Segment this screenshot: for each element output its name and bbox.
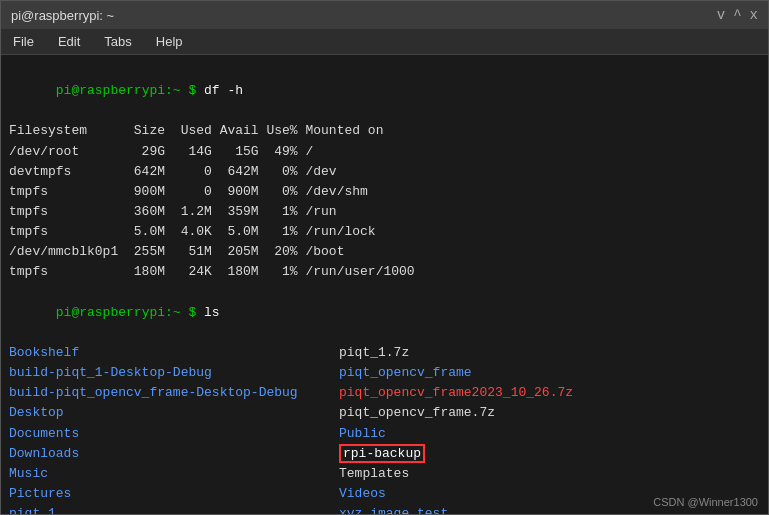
- ls-piqt-opencv-7z: piqt_opencv_frame.7z: [339, 403, 760, 423]
- ls-piqt1: piqt_1: [9, 504, 339, 514]
- maximize-icon[interactable]: ^: [733, 7, 741, 23]
- close-icon[interactable]: x: [750, 7, 758, 23]
- ls-downloads: Downloads: [9, 444, 339, 464]
- window-controls: v ^ x: [717, 7, 758, 23]
- ls-music: Music: [9, 464, 339, 484]
- df-row-3: tmpfs 900M 0 900M 0% /dev/shm: [9, 182, 760, 202]
- terminal-body[interactable]: pi@raspberrypi:~ $ df -h Filesystem Size…: [1, 55, 768, 514]
- df-row-2: devtmpfs 642M 0 642M 0% /dev: [9, 162, 760, 182]
- ls-documents: Documents: [9, 424, 339, 444]
- terminal-window: pi@raspberrypi: ~ v ^ x File Edit Tabs H…: [0, 0, 769, 515]
- df-row-7: tmpfs 180M 24K 180M 1% /run/user/1000: [9, 262, 760, 282]
- window-title: pi@raspberrypi: ~: [11, 8, 114, 23]
- df-header: Filesystem Size Used Avail Use% Mounted …: [9, 121, 760, 141]
- prompt-1: pi@raspberrypi:~ $: [56, 83, 196, 98]
- ls-templates: Templates: [339, 464, 760, 484]
- df-command-line: pi@raspberrypi:~ $ df -h: [9, 61, 760, 121]
- minimize-icon[interactable]: v: [717, 7, 725, 23]
- ls-piqt-opencv-frame: piqt_opencv_frame: [339, 363, 760, 383]
- ls-rpi-backup: rpi-backup: [339, 444, 760, 464]
- title-bar: pi@raspberrypi: ~ v ^ x: [1, 1, 768, 29]
- ls-public: Public: [339, 424, 760, 444]
- menu-bar: File Edit Tabs Help: [1, 29, 768, 55]
- ls-piqt-1-7z: piqt_1.7z: [339, 343, 760, 363]
- ls-col-left: Bookshelf build-piqt_1-Desktop-Debug bui…: [9, 343, 339, 514]
- df-row-6: /dev/mmcblk0p1 255M 51M 205M 20% /boot: [9, 242, 760, 262]
- ls-build-opencv: build-piqt_opencv_frame-Desktop-Debug: [9, 383, 339, 403]
- watermark: CSDN @Winner1300: [653, 496, 758, 508]
- cmd-1: df -h: [196, 83, 243, 98]
- ls-output: Bookshelf build-piqt_1-Desktop-Debug bui…: [9, 343, 760, 514]
- ls-pictures: Pictures: [9, 484, 339, 504]
- menu-file[interactable]: File: [9, 32, 38, 51]
- ls-col-right: piqt_1.7z piqt_opencv_frame piqt_opencv_…: [339, 343, 760, 514]
- ls-piqt-opencv-2023: piqt_opencv_frame2023_10_26.7z: [339, 383, 760, 403]
- menu-tabs[interactable]: Tabs: [100, 32, 135, 51]
- cmd-2: ls: [196, 305, 219, 320]
- prompt-2: pi@raspberrypi:~ $: [56, 305, 196, 320]
- ls-command-line: pi@raspberrypi:~ $ ls: [9, 283, 760, 343]
- df-row-4: tmpfs 360M 1.2M 359M 1% /run: [9, 202, 760, 222]
- df-row-1: /dev/root 29G 14G 15G 49% /: [9, 142, 760, 162]
- ls-desktop: Desktop: [9, 403, 339, 423]
- ls-bookshelf: Bookshelf: [9, 343, 339, 363]
- ls-build-piqt1: build-piqt_1-Desktop-Debug: [9, 363, 339, 383]
- menu-help[interactable]: Help: [152, 32, 187, 51]
- df-row-5: tmpfs 5.0M 4.0K 5.0M 1% /run/lock: [9, 222, 760, 242]
- menu-edit[interactable]: Edit: [54, 32, 84, 51]
